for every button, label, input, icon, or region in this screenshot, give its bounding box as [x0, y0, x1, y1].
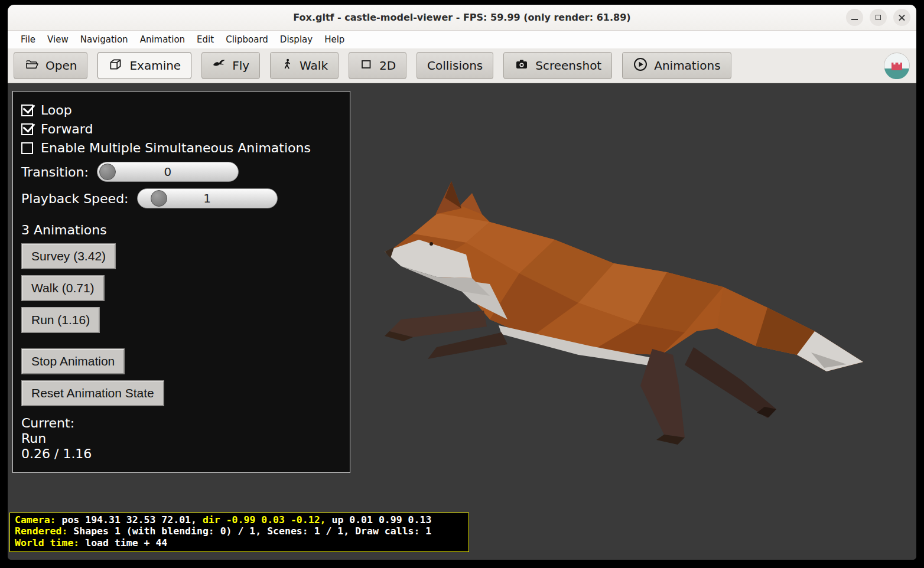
menu-item-view[interactable]: View — [41, 32, 74, 47]
open-button-label: Open — [45, 58, 77, 73]
maximize-button[interactable] — [870, 9, 887, 26]
transition-slider[interactable]: 0 — [97, 162, 239, 182]
multiple-animations-label: Enable Multiple Simultaneous Animations — [41, 141, 311, 155]
loop-label: Loop — [41, 103, 72, 117]
menu-item-clipboard[interactable]: Clipboard — [220, 32, 274, 47]
animation-survey-button[interactable]: Survey (3.42) — [21, 243, 116, 269]
2d-button[interactable]: 2D — [349, 52, 406, 79]
window-controls — [840, 9, 910, 26]
play-circle-icon — [633, 57, 648, 75]
menu-item-edit[interactable]: Edit — [191, 32, 220, 47]
close-button[interactable] — [893, 9, 910, 26]
2d-square-icon — [359, 57, 373, 74]
multiple-animations-checkbox[interactable] — [21, 142, 33, 154]
transition-label: Transition: — [21, 165, 89, 179]
fox-model — [374, 178, 876, 461]
collisions-button-label: Collisions — [427, 58, 483, 73]
current-animation-name: Run — [21, 431, 343, 446]
minimize-button[interactable] — [846, 9, 863, 26]
menu-item-animation[interactable]: Animation — [134, 32, 191, 47]
rendered-status-line: Rendered: Shapes 1 (with blending: 0) / … — [15, 525, 464, 537]
transition-value: 0 — [164, 165, 171, 179]
open-button[interactable]: Open — [14, 52, 87, 79]
menu-item-display[interactable]: Display — [274, 32, 318, 47]
animations-button[interactable]: Animations — [622, 52, 731, 79]
playback-speed-value: 1 — [203, 191, 211, 205]
loop-checkbox[interactable] — [21, 105, 33, 116]
castle-engine-logo — [883, 52, 910, 79]
multiple-animations-checkbox-row[interactable]: Enable Multiple Simultaneous Animations — [21, 141, 343, 155]
examine-button-label: Examine — [129, 58, 181, 73]
animations-panel: Loop Forward Enable Multiple Simultaneou… — [12, 91, 350, 473]
walk-person-icon — [281, 57, 294, 74]
collisions-button[interactable]: Collisions — [417, 52, 493, 79]
current-label: Current: — [21, 416, 343, 431]
fly-button-label: Fly — [232, 58, 249, 73]
current-animation-info: Current: Run 0.26 / 1.16 — [21, 416, 343, 462]
animation-walk-button[interactable]: Walk (0.71) — [21, 275, 105, 301]
camera-status-line: Camera: pos 194.31 32.53 72.01, dir -0.9… — [15, 514, 464, 526]
2d-button-label: 2D — [379, 58, 396, 73]
toolbar: Open Examine Fly Walk 2D Col — [8, 48, 916, 83]
camera-icon — [514, 57, 529, 74]
titlebar[interactable]: Fox.gltf - castle-model-viewer - FPS: 59… — [8, 5, 916, 31]
current-animation-time: 0.26 / 1.16 — [21, 446, 343, 462]
menu-item-help[interactable]: Help — [318, 32, 350, 47]
examine-cube-icon — [108, 57, 123, 75]
stop-animation-button[interactable]: Stop Animation — [21, 348, 125, 374]
minimize-icon — [851, 19, 858, 20]
app-window: Fox.gltf - castle-model-viewer - FPS: 59… — [8, 5, 916, 560]
animations-count-label: 3 Animations — [21, 223, 343, 237]
playback-speed-slider-knob[interactable] — [151, 190, 167, 207]
forward-checkbox[interactable] — [21, 123, 33, 135]
3d-viewport[interactable]: Loop Forward Enable Multiple Simultaneou… — [8, 83, 916, 560]
menu-item-navigation[interactable]: Navigation — [74, 32, 134, 47]
status-bar: Camera: pos 194.31 32.53 72.01, dir -0.9… — [9, 512, 469, 553]
window-title: Fox.gltf - castle-model-viewer - FPS: 59… — [8, 5, 916, 30]
screenshot-button[interactable]: Screenshot — [503, 52, 612, 79]
walk-button-label: Walk — [300, 58, 328, 73]
fly-bird-icon — [212, 58, 226, 74]
menubar: File View Navigation Animation Edit Clip… — [8, 31, 916, 48]
playback-speed-label: Playback Speed: — [21, 191, 129, 206]
folder-open-icon — [24, 57, 40, 74]
world-time-status-line: World time: load time + 44 — [15, 537, 464, 549]
loop-checkbox-row[interactable]: Loop — [21, 103, 343, 117]
examine-button[interactable]: Examine — [97, 52, 191, 79]
transition-row: Transition: 0 — [21, 162, 343, 182]
playback-speed-slider[interactable]: 1 — [137, 188, 278, 208]
playback-speed-row: Playback Speed: 1 — [21, 188, 343, 208]
close-icon — [898, 14, 906, 21]
forward-checkbox-row[interactable]: Forward — [21, 122, 343, 136]
animation-run-button[interactable]: Run (1.16) — [21, 307, 100, 333]
transition-slider-knob[interactable] — [99, 164, 116, 180]
screenshot-button-label: Screenshot — [535, 58, 601, 73]
forward-label: Forward — [41, 122, 93, 136]
maximize-icon — [876, 15, 881, 20]
reset-animation-state-button[interactable]: Reset Animation State — [21, 380, 164, 406]
menu-item-file[interactable]: File — [15, 32, 41, 47]
walk-button[interactable]: Walk — [270, 52, 339, 79]
animations-button-label: Animations — [654, 58, 720, 73]
fly-button[interactable]: Fly — [201, 52, 260, 79]
